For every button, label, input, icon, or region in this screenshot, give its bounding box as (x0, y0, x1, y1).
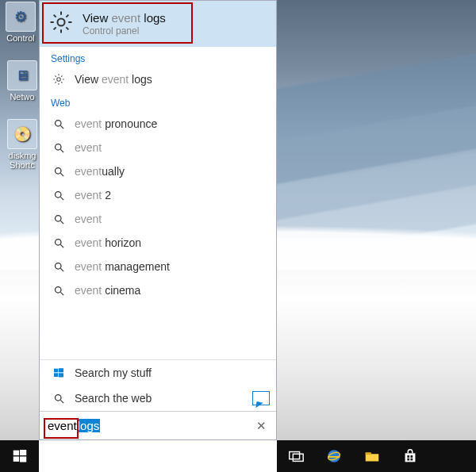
taskbar (0, 440, 476, 472)
web-result[interactable]: event (40, 136, 276, 159)
web-result[interactable]: event cinema (40, 278, 276, 302)
svg-rect-20 (54, 373, 58, 377)
svg-rect-27 (20, 456, 26, 462)
file-explorer-button[interactable] (353, 440, 391, 472)
web-result-text: event cinema (75, 284, 140, 297)
web-result-text: eventually (75, 165, 125, 178)
task-view-button[interactable] (277, 440, 315, 472)
result-suffix: logs (129, 73, 152, 86)
best-match-query-match: event (111, 11, 140, 25)
svg-rect-21 (59, 373, 63, 377)
desktop-icon-label: diskmg Shortc (2, 151, 43, 170)
svg-line-17 (60, 292, 63, 295)
search-icon (51, 166, 67, 178)
feedback-icon[interactable] (252, 391, 270, 405)
svg-point-16 (55, 286, 61, 293)
web-result[interactable]: eventually (40, 159, 276, 183)
desktop-icon-control[interactable]: ⚙ Control (0, 2, 41, 43)
search-icon (51, 213, 67, 225)
search-icon (51, 237, 67, 249)
result-prefix: View (75, 73, 102, 86)
svg-line-9 (60, 197, 63, 200)
desktop-icon-label: Control (0, 33, 41, 43)
svg-rect-33 (405, 453, 416, 462)
web-result[interactable]: event (40, 207, 276, 231)
disk-icon: 📀 (7, 119, 37, 149)
web-result[interactable]: event 2 (40, 183, 276, 207)
svg-rect-34 (407, 455, 409, 458)
start-button[interactable] (0, 440, 39, 472)
search-my-stuff[interactable]: Search my stuff (40, 360, 276, 386)
search-icon (51, 261, 67, 273)
web-result-text: event management (75, 260, 170, 273)
search-typed-text: event (48, 419, 77, 432)
best-match-result[interactable]: View event logs Control panel (40, 1, 276, 47)
svg-point-10 (55, 215, 61, 221)
section-label-settings: Settings (40, 47, 276, 67)
best-match-text: View event logs Control panel (83, 11, 166, 36)
svg-rect-36 (407, 459, 409, 461)
svg-point-8 (55, 191, 61, 198)
clear-icon[interactable]: ✕ (253, 419, 270, 433)
search-results-panel: View event logs Control panel Settings V… (39, 0, 277, 440)
search-input[interactable]: event logs ✕ (40, 411, 276, 439)
internet-explorer-button[interactable] (315, 440, 353, 472)
svg-rect-35 (410, 455, 413, 458)
svg-rect-29 (293, 454, 303, 461)
svg-line-3 (60, 125, 63, 129)
search-autocomplete-selection: logs (77, 419, 101, 432)
web-result-text: event horizon (75, 236, 141, 249)
web-result-text: event 2 (75, 189, 111, 201)
desktop-icon-network[interactable]: 🖥 Netwo (2, 60, 43, 102)
control-panel-icon: ⚙ (6, 2, 36, 32)
section-label-web: Web (40, 91, 276, 112)
svg-point-4 (55, 144, 61, 150)
best-match-suffix: logs (140, 11, 166, 25)
network-icon: 🖥 (7, 60, 37, 90)
search-icon (51, 285, 67, 297)
svg-rect-25 (20, 450, 26, 455)
svg-rect-19 (59, 368, 63, 372)
svg-line-11 (60, 221, 63, 224)
svg-point-14 (55, 263, 61, 269)
svg-line-23 (60, 400, 63, 403)
result-query-match: event (102, 73, 129, 86)
search-icon (51, 393, 67, 405)
desktop-icon-diskmgmt[interactable]: 📀 diskmg Shortc (2, 119, 43, 170)
svg-line-5 (60, 149, 63, 152)
search-icon (51, 118, 67, 130)
gear-icon (48, 9, 75, 39)
web-result[interactable]: event pronounce (40, 112, 276, 136)
web-result-text: event (75, 213, 102, 225)
search-the-web[interactable]: Search the web (40, 386, 276, 411)
settings-result[interactable]: View event logs (40, 67, 276, 91)
search-icon (51, 190, 67, 201)
svg-rect-37 (410, 459, 413, 461)
search-my-stuff-label: Search my stuff (75, 366, 152, 379)
search-icon (51, 142, 67, 154)
search-the-web-label: Search the web (75, 392, 152, 405)
store-button[interactable] (391, 440, 429, 472)
svg-point-2 (55, 120, 61, 126)
desktop-icon-label: Netwo (2, 92, 43, 102)
web-result-text: event (75, 141, 102, 154)
svg-rect-26 (13, 456, 18, 461)
svg-rect-18 (54, 369, 58, 373)
taskbar-search-slot (39, 440, 277, 472)
svg-rect-28 (290, 452, 300, 459)
web-result[interactable]: event horizon (40, 231, 276, 255)
svg-line-13 (60, 244, 63, 248)
svg-line-15 (60, 268, 63, 271)
svg-point-6 (55, 167, 61, 174)
svg-point-12 (55, 239, 61, 245)
web-result[interactable]: event management (40, 255, 276, 278)
windows-icon (51, 366, 67, 379)
svg-point-22 (55, 394, 61, 401)
search-bottom-actions: Search my stuff Search the web (40, 359, 276, 411)
svg-point-0 (57, 18, 64, 25)
svg-rect-24 (13, 451, 18, 455)
svg-point-1 (57, 78, 61, 82)
best-match-prefix: View (83, 11, 111, 25)
best-match-subtitle: Control panel (83, 25, 166, 36)
svg-line-7 (60, 173, 63, 176)
